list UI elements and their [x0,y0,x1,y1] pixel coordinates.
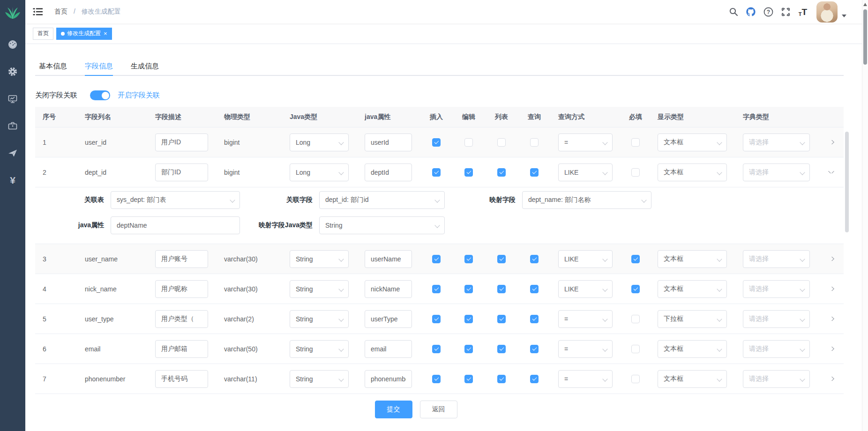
query-checkbox[interactable] [530,255,539,263]
java-type-select[interactable]: Long [290,134,349,151]
java-type-select[interactable]: Long [290,163,349,181]
app-logo[interactable] [0,0,25,25]
back-button[interactable]: 返回 [420,401,457,418]
fullscreen-icon[interactable] [780,7,791,17]
edit-checkbox[interactable] [464,138,473,147]
sidebar-item-guide[interactable] [0,140,25,167]
query-type-select[interactable]: = [558,134,613,151]
java-field-input[interactable] [365,280,412,298]
breadcrumb-home[interactable]: 首页 [54,7,67,15]
help-icon[interactable]: ? [763,7,773,17]
insert-checkbox[interactable] [432,375,441,383]
query-checkbox[interactable] [530,168,539,177]
query-type-select[interactable]: LIKE [558,163,613,181]
insert-checkbox[interactable] [432,345,441,353]
expand-row-icon[interactable] [828,140,834,144]
list-checkbox[interactable] [497,345,506,353]
relation-field-select[interactable]: dept_id: 部门id [319,191,445,209]
edit-checkbox[interactable] [464,285,473,293]
relation-table-select[interactable]: sys_dept: 部门表 [111,191,240,209]
html-type-select[interactable]: 文本框 [658,250,727,268]
sidebar-item-dashboard[interactable] [0,31,25,58]
java-field-input[interactable] [365,250,412,268]
edit-checkbox[interactable] [464,168,473,177]
required-checkbox[interactable] [631,345,640,353]
column-comment-input[interactable] [155,310,208,328]
required-checkbox[interactable] [631,255,640,263]
java-attribute-input[interactable] [111,216,240,234]
query-type-select[interactable]: LIKE [558,250,613,268]
query-checkbox[interactable] [530,375,539,383]
column-comment-input[interactable] [155,340,208,358]
query-type-select[interactable]: = [558,370,613,388]
page-scrollbar-thumb[interactable] [863,9,867,65]
required-checkbox[interactable] [631,315,640,323]
list-checkbox[interactable] [497,315,506,323]
submit-button[interactable]: 提交 [375,401,412,418]
insert-checkbox[interactable] [432,285,441,293]
query-checkbox[interactable] [530,285,539,293]
column-comment-input[interactable] [155,134,208,151]
sidebar-item-system[interactable] [0,58,25,85]
mapping-java-type-select[interactable]: String [319,216,445,234]
sidebar-item-monitor[interactable] [0,85,25,112]
list-checkbox[interactable] [497,255,506,263]
column-comment-input[interactable] [155,163,208,181]
tag-home[interactable]: 首页 [33,28,53,40]
tab-basic-info[interactable]: 基本信息 [35,57,76,75]
dict-type-select[interactable]: 请选择 [743,280,810,298]
html-type-select[interactable]: 文本框 [658,370,727,388]
column-comment-input[interactable] [155,370,208,388]
sidebar-item-finance[interactable]: ¥ [0,167,25,194]
edit-checkbox[interactable] [464,345,473,353]
java-type-select[interactable]: String [290,280,349,298]
sidebar-item-tools[interactable] [0,112,25,140]
sidebar-collapse-button[interactable] [33,7,44,16]
dict-type-select[interactable]: 请选择 [743,134,810,151]
insert-checkbox[interactable] [432,168,441,177]
required-checkbox[interactable] [631,375,640,383]
list-checkbox[interactable] [497,285,506,293]
required-checkbox[interactable] [631,138,640,147]
insert-checkbox[interactable] [432,255,441,263]
font-size-icon[interactable]: TT [798,7,808,17]
expand-row-icon[interactable] [828,347,834,351]
collapse-row-icon[interactable] [828,171,834,173]
expand-row-icon[interactable] [828,257,834,261]
page-scrollbar[interactable] [862,0,868,431]
java-type-select[interactable]: String [290,370,349,388]
html-type-select[interactable]: 文本框 [658,163,727,181]
dict-type-select[interactable]: 请选择 [743,163,810,181]
required-checkbox[interactable] [631,285,640,293]
github-icon[interactable] [746,7,756,17]
expand-row-icon[interactable] [828,317,834,321]
query-type-select[interactable]: LIKE [558,280,613,298]
insert-checkbox[interactable] [432,315,441,323]
close-icon[interactable]: × [104,30,107,37]
expand-row-icon[interactable] [828,377,834,381]
java-type-select[interactable]: String [290,250,349,268]
list-checkbox[interactable] [497,375,506,383]
query-checkbox[interactable] [530,345,539,353]
edit-checkbox[interactable] [464,315,473,323]
user-avatar[interactable] [816,1,838,22]
scroll-up-icon[interactable] [863,3,867,6]
dict-type-select[interactable]: 请选择 [743,250,810,268]
relation-toggle-switch[interactable] [90,90,110,100]
dict-type-select[interactable]: 请选择 [743,340,810,358]
query-checkbox[interactable] [530,138,539,147]
column-comment-input[interactable] [155,250,208,268]
query-type-select[interactable]: = [558,340,613,358]
tab-gen-info[interactable]: 生成信息 [122,57,168,75]
query-type-select[interactable]: = [558,310,613,328]
list-checkbox[interactable] [497,168,506,177]
java-type-select[interactable]: String [290,310,349,328]
column-comment-input[interactable] [155,280,208,298]
java-field-input[interactable] [365,370,412,388]
html-type-select[interactable]: 文本框 [658,134,727,151]
java-field-input[interactable] [365,134,412,151]
java-field-input[interactable] [365,163,412,181]
required-checkbox[interactable] [631,168,640,177]
mapping-field-select[interactable]: dept_name: 部门名称 [522,191,651,209]
html-type-select[interactable]: 下拉框 [658,310,727,328]
